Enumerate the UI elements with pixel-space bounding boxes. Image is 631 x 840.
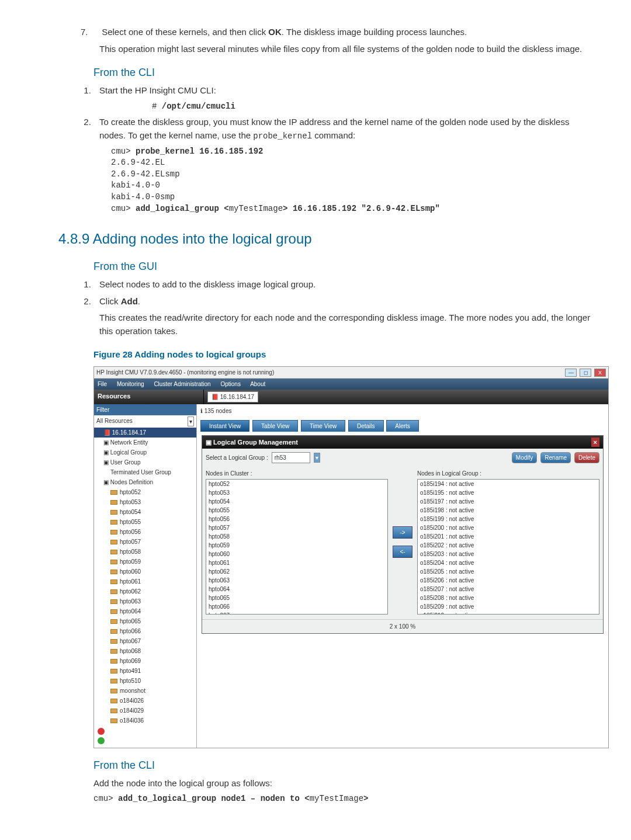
sidebar-node-item[interactable]: hpto058 (94, 547, 196, 557)
sidebar-node-item[interactable]: hpto057 (94, 537, 196, 547)
close-button[interactable]: X (594, 369, 606, 377)
gui-step2-a: Click (99, 296, 121, 306)
window-title: HP Insight CMU V7.0.9.dev.4650 - (monito… (96, 368, 274, 377)
tree-network[interactable]: ▣ Network Entity (94, 438, 196, 447)
all-resources[interactable]: All Resources (96, 416, 133, 426)
tree-ug-label: User Group (110, 459, 141, 466)
sidebar-node-item[interactable]: hpto491 (94, 666, 196, 676)
group-list-item[interactable]: o185i195 : not active (418, 488, 599, 497)
group-list-item[interactable]: o185i207 : not active (418, 585, 599, 593)
gui-step-2: Click Add. This creates the read/write d… (93, 295, 596, 338)
tree-ip[interactable]: 📕 16.16.184.17 (94, 428, 196, 438)
group-list-item[interactable]: o185i198 : not active (418, 506, 599, 515)
group-nodes-list[interactable]: o185i194 : not activeo185i195 : not acti… (417, 479, 599, 615)
all-resources-dropdown[interactable]: ▾ (188, 416, 194, 426)
cluster-list-item[interactable]: hpto053 (206, 488, 387, 497)
cluster-list-item[interactable]: hpto058 (206, 532, 387, 541)
group-list-item[interactable]: o185i208 : not active (418, 593, 599, 602)
tree-terminated[interactable]: Terminated User Group (94, 467, 196, 477)
sidebar-node-item[interactable]: hpto069 (94, 656, 196, 666)
group-list-item[interactable]: o185i202 : not active (418, 541, 599, 550)
menu-monitoring[interactable]: Monitoring (117, 381, 144, 387)
sidebar-node-item[interactable]: hpto053 (94, 497, 196, 507)
tree-logical-group[interactable]: ▣ Logical Group (94, 447, 196, 457)
cluster-list-item[interactable]: hpto054 (206, 497, 387, 506)
tab-alerts[interactable]: Alerts (386, 420, 419, 432)
cli2-prefix: cmu> (93, 794, 118, 803)
tab-time-view[interactable]: Time View (301, 420, 345, 432)
sidebar-node-item[interactable]: o184i036 (94, 716, 196, 726)
group-list-item[interactable]: o185i201 : not active (418, 532, 599, 541)
sidebar-node-item[interactable]: o184i026 (94, 696, 196, 706)
cluster-nodes-list[interactable]: hpto052hpto053hpto054hpto055hpto056hpto0… (206, 479, 388, 615)
gui-sub: This creates the read/write directory fo… (99, 311, 596, 338)
minimize-button[interactable]: — (565, 369, 577, 377)
step7-sub: This operation might last several minute… (99, 43, 596, 56)
sidebar-node-item[interactable]: hpto061 (94, 577, 196, 586)
menu-about[interactable]: About (250, 381, 265, 387)
cluster-list-item[interactable]: hpto065 (206, 593, 387, 602)
sidebar-node-item[interactable]: hpto510 (94, 676, 196, 686)
tab-details[interactable]: Details (348, 420, 384, 432)
group-list-item[interactable]: o185i204 : not active (418, 558, 599, 567)
cluster-list-item[interactable]: hpto059 (206, 541, 387, 550)
sidebar-node-item[interactable]: hpto054 (94, 507, 196, 517)
sidebar-node-item[interactable]: hpto060 (94, 567, 196, 577)
group-list-item[interactable]: o185i200 : not active (418, 523, 599, 532)
group-list-item[interactable]: o185i194 : not active (418, 480, 599, 488)
group-list-item[interactable]: o185i205 : not active (418, 567, 599, 576)
rename-button[interactable]: Rename (540, 452, 571, 463)
menu-options[interactable]: Options (220, 381, 240, 387)
maximize-button[interactable]: ◻ (580, 369, 591, 377)
cluster-list-item[interactable]: hpto066 (206, 602, 387, 611)
sidebar-node-item[interactable]: hpto063 (94, 596, 196, 606)
cli2-mid: myTestImage (310, 794, 363, 803)
cluster-list-item[interactable]: hpto061 (206, 558, 387, 567)
sidebar-node-item[interactable]: hpto062 (94, 586, 196, 596)
modify-button[interactable]: Modify (512, 452, 537, 463)
modal-close-button[interactable]: × (591, 438, 599, 447)
sidebar-node-item[interactable]: o184i029 (94, 706, 196, 716)
sidebar-node-item[interactable]: hpto065 (94, 616, 196, 626)
menu-cluster-admin[interactable]: Cluster Administration (154, 381, 210, 387)
group-list-item[interactable]: o185i197 : not active (418, 497, 599, 506)
sidebar-node-item[interactable]: hpto052 (94, 487, 196, 497)
group-list-item[interactable]: o185i209 : not active (418, 602, 599, 611)
status-red-icon (98, 728, 105, 735)
section-heading: 4.8.9 Adding nodes into the logical grou… (58, 228, 596, 249)
group-list-item[interactable]: o185i203 : not active (418, 550, 599, 558)
cluster-list-item[interactable]: hpto067 (206, 611, 387, 615)
cluster-list-item[interactable]: hpto060 (206, 550, 387, 558)
cluster-list-item[interactable]: hpto063 (206, 576, 387, 585)
cluster-list-item[interactable]: hpto056 (206, 515, 387, 523)
sidebar-node-item[interactable]: hpto055 (94, 517, 196, 527)
add-logical-cmd-b: > 16.16.185.192 "2.6.9-42.ELsmp" (283, 204, 440, 213)
sidebar-node-item[interactable]: moonshot (94, 686, 196, 696)
select-group-arrow[interactable]: ▾ (314, 453, 320, 463)
sidebar-node-item[interactable]: hpto056 (94, 527, 196, 537)
delete-button[interactable]: Delete (574, 452, 599, 463)
tree-nodes-def[interactable]: ▣ Nodes Definition (94, 477, 196, 487)
cluster-list-item[interactable]: hpto062 (206, 567, 387, 576)
sidebar-node-item[interactable]: hpto066 (94, 626, 196, 636)
cluster-list-item[interactable]: hpto064 (206, 585, 387, 593)
tab-table-view[interactable]: Table View (252, 420, 298, 432)
sidebar-node-item[interactable]: hpto067 (94, 636, 196, 646)
remove-arrow-button[interactable]: <- (393, 546, 412, 558)
cluster-list-item[interactable]: hpto055 (206, 506, 387, 515)
cluster-list-item[interactable]: hpto052 (206, 480, 387, 488)
sidebar-node-item[interactable]: hpto059 (94, 557, 196, 567)
tab-instant-view[interactable]: Instant View (200, 420, 249, 432)
ip-value: 16.16.184.17 (220, 394, 254, 400)
group-list-item[interactable]: o185i199 : not active (418, 515, 599, 523)
select-group-dropdown[interactable]: rh53 (272, 452, 310, 463)
cluster-list-item[interactable]: hpto057 (206, 523, 387, 532)
ip-display: 📕 16.16.184.17 (207, 391, 258, 402)
sidebar-node-item[interactable]: hpto064 (94, 606, 196, 616)
add-arrow-button[interactable]: -> (393, 526, 412, 539)
group-list-item[interactable]: o185i206 : not active (418, 576, 599, 585)
sidebar-node-item[interactable]: hpto068 (94, 646, 196, 656)
menu-file[interactable]: File (98, 381, 107, 387)
tree-user-group[interactable]: ▣ User Group (94, 457, 196, 467)
group-list-item[interactable]: o185i210 : not active (418, 611, 599, 615)
